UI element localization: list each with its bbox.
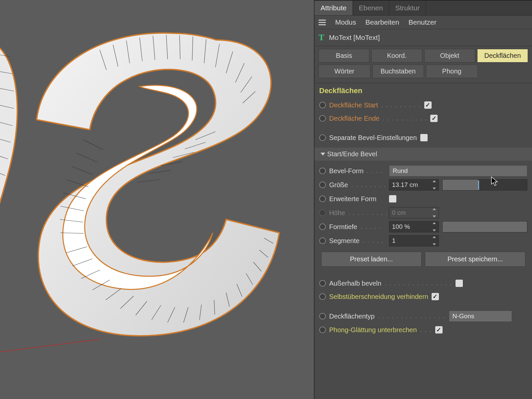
size-input[interactable]: 13.17 cm <box>389 179 439 191</box>
anim-dot[interactable] <box>319 102 326 108</box>
object-header: T MoText [MoText] <box>315 29 532 46</box>
self-intersect-label: Selbstüberschneidung verhindern <box>329 293 428 301</box>
tab-buchstaben[interactable]: Buchstaben <box>372 65 424 78</box>
segments-input[interactable]: 1 <box>389 235 439 246</box>
anim-dot[interactable] <box>319 293 326 300</box>
anim-dot[interactable] <box>319 115 326 122</box>
outside-bevel-checkbox[interactable] <box>456 280 463 287</box>
anim-dot[interactable] <box>319 168 326 174</box>
svg-line-28 <box>138 180 160 182</box>
preset-load-button[interactable]: Preset laden... <box>321 252 422 267</box>
svg-line-0 <box>0 339 100 354</box>
anim-dot[interactable] <box>319 313 326 320</box>
tab-woerter[interactable]: Wörter <box>319 65 370 78</box>
svg-line-18 <box>66 180 88 187</box>
stepper-icon <box>433 208 438 217</box>
depth-label: Formtiefe <box>329 223 357 231</box>
preset-save-button[interactable]: Preset speichern... <box>425 252 525 267</box>
panel-tabs: Attribute Ebenen Struktur <box>315 0 532 16</box>
separate-bevel-label: Separate Bevel-Einstellungen <box>329 134 417 142</box>
viewport[interactable] <box>0 0 315 399</box>
tab-phong[interactable]: Phong <box>426 65 478 78</box>
property-tabs: Basis Koord. Objekt Deckflächen Wörter B… <box>315 46 532 83</box>
svg-line-16 <box>76 153 97 162</box>
cap-end-label: Deckfläche Ende <box>329 115 379 122</box>
stepper-icon[interactable] <box>433 236 438 245</box>
object-name: MoText [MoText] <box>329 34 380 42</box>
anim-dot[interactable] <box>319 223 326 230</box>
tab-objekt[interactable]: Objekt <box>424 49 475 63</box>
menu-bearbeiten[interactable]: Bearbeiten <box>365 18 399 26</box>
anim-dot[interactable] <box>319 196 326 202</box>
anim-dot[interactable] <box>319 134 326 141</box>
chevron-down-icon <box>321 153 325 156</box>
separate-bevel-checkbox[interactable] <box>420 134 428 141</box>
tab-ebenen[interactable]: Ebenen <box>353 1 389 15</box>
cap-end-checkbox[interactable] <box>430 115 438 122</box>
letter-s-mesh <box>0 0 315 399</box>
tab-attribute[interactable]: Attribute <box>315 1 353 15</box>
size-slider[interactable] <box>442 179 527 191</box>
outside-bevel-label: Außerhalb beveln <box>329 280 381 287</box>
cap-type-dropdown[interactable]: N-Gons <box>449 311 512 322</box>
bevel-form-label: Bevel-Form <box>329 167 363 175</box>
depth-input[interactable]: 100 % <box>389 221 439 232</box>
size-label: Größe <box>329 181 348 189</box>
attribute-panel: Attribute Ebenen Struktur Modus Bearbeit… <box>315 0 532 399</box>
attribute-menubar: Modus Bearbeiten Benutzer <box>315 16 532 29</box>
stepper-icon[interactable] <box>433 222 438 231</box>
motext-icon: T <box>319 33 324 43</box>
svg-line-17 <box>71 166 92 175</box>
ext-form-checkbox[interactable] <box>389 195 396 202</box>
anim-dot[interactable] <box>319 237 326 244</box>
cap-start-label: Deckfläche Start <box>329 101 378 109</box>
hamburger-icon[interactable] <box>319 20 326 25</box>
height-label: Höhe <box>329 209 345 217</box>
tab-koord[interactable]: Koord. <box>371 49 422 63</box>
stepper-icon[interactable] <box>433 180 438 190</box>
menu-benutzer[interactable]: Benutzer <box>409 18 437 26</box>
depth-slider[interactable] <box>442 221 527 232</box>
tab-deckflaechen[interactable]: Deckflächen <box>477 49 528 63</box>
tab-basis[interactable]: Basis <box>319 49 369 63</box>
phong-break-label: Phong-Glättung unterbrechen <box>329 326 417 334</box>
group-start-end-bevel[interactable]: Start/Ende Bevel <box>315 148 532 161</box>
ext-form-label: Erweiterte Form <box>329 195 376 203</box>
anim-dot[interactable] <box>319 182 326 188</box>
anim-dot <box>319 209 326 216</box>
svg-line-27 <box>149 170 171 174</box>
section-heading: Deckflächen <box>315 83 532 97</box>
group-title: Start/Ende Bevel <box>327 150 377 158</box>
bevel-form-dropdown[interactable]: Rund <box>389 165 527 177</box>
height-input: 0 cm <box>389 207 439 218</box>
tab-struktur[interactable]: Struktur <box>389 1 426 15</box>
svg-line-15 <box>83 140 103 150</box>
menu-modus[interactable]: Modus <box>335 18 356 26</box>
self-intersect-checkbox[interactable] <box>432 293 439 300</box>
cap-type-label: Deckflächentyp <box>329 313 375 320</box>
segments-label: Segmente <box>329 237 359 245</box>
phong-break-checkbox[interactable] <box>435 326 443 333</box>
anim-dot[interactable] <box>319 327 326 333</box>
cap-start-checkbox[interactable] <box>424 101 432 109</box>
dots: . . . . . . . . . . <box>383 115 427 122</box>
anim-dot[interactable] <box>319 280 326 287</box>
dots: . . . . . . . . . <box>381 102 421 109</box>
